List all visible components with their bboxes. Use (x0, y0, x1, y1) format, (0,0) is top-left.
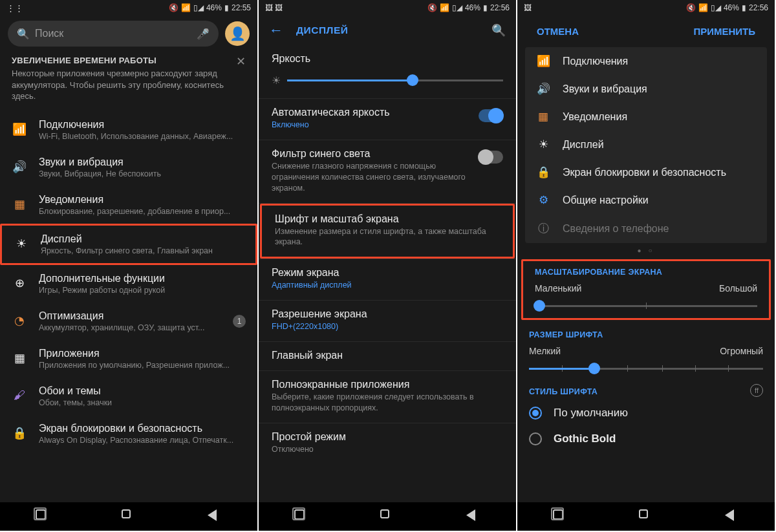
row-title: Звуки и вибрация (39, 156, 246, 168)
page-dots: ● ○ (517, 243, 775, 258)
row-icon: ⊕ (12, 275, 27, 291)
screenshot-icon: 🖼 (524, 3, 532, 12)
font-min: Мелкий (529, 346, 561, 356)
statusbar: 🖼 🔇 📶 ▯◢ 46% ▮ 22:56 (517, 0, 775, 16)
row-icon: 🖌 (12, 388, 27, 403)
font-gothic-label: Gothic Bold (554, 432, 616, 445)
battery-pct: 46% (465, 3, 480, 12)
recents-button[interactable] (553, 509, 567, 524)
search-input[interactable]: 🔍 Поиск 🎤 (8, 21, 219, 47)
more-icon: ⋮⋮ (6, 3, 23, 13)
back-button[interactable] (725, 509, 739, 524)
signal-icon: ▯◢ (711, 3, 721, 12)
statusbar: 🖼 🖼 🔇 📶 ▯◢ 46% ▮ 22:56 (259, 0, 516, 16)
battery-icon: ▮ (742, 3, 746, 12)
battery-pct: 46% (724, 3, 739, 12)
fullscreen-title: Полноэкранные приложения (272, 379, 503, 390)
home-screen-row[interactable]: Главный экран (259, 342, 516, 370)
settings-row-приложения[interactable]: ▦ Приложения Приложения по умолчанию, Ра… (0, 340, 257, 378)
apply-button[interactable]: ПРИМЕНИТЬ (693, 26, 755, 37)
recents-button[interactable] (294, 509, 308, 524)
cat-icon: 🔊 (537, 82, 550, 96)
settings-row-оптимизация[interactable]: ◔ Оптимизация Аккумулятор, хранилище, ОЗ… (0, 303, 257, 340)
row-icon: 🔊 (12, 159, 27, 175)
row-sub: Обои, темы, значки (39, 398, 246, 407)
auto-brightness-row[interactable]: Автоматическая яркость Включено (259, 99, 516, 140)
clock: 22:56 (749, 3, 768, 12)
preview-row: ⚙ Общие настройки (525, 186, 767, 214)
screen-scale-label: МАСШТАБИРОВАНИЕ ЭКРАНА (523, 261, 769, 281)
back-arrow-icon[interactable]: ← (269, 22, 283, 39)
screen-scale-slider[interactable] (535, 300, 757, 312)
preview-panel: 📶 Подключения🔊 Звуки и вибрация▦ Уведомл… (525, 47, 767, 243)
search-icon[interactable]: 🔍 (491, 23, 506, 37)
cat-icon: ▦ (537, 110, 550, 123)
home-button[interactable] (380, 509, 394, 524)
easy-mode-row[interactable]: Простой режим Отключено (259, 423, 516, 464)
brightness-slider[interactable]: ☀ (272, 71, 503, 89)
clock: 22:56 (490, 3, 510, 12)
row-title: Приложения (39, 348, 246, 359)
settings-row-звуки-и-вибрация[interactable]: 🔊 Звуки и вибрация Звуки, Вибрация, Не б… (0, 149, 257, 186)
font-download-icon[interactable]: ff (750, 384, 763, 397)
row-sub: Звуки, Вибрация, Не беспокоить (39, 169, 246, 178)
battery-tip-card[interactable]: УВЕЛИЧЕНИЕ ВРЕМЕНИ РАБОТЫ Некоторые прил… (0, 52, 257, 111)
row-title: Оптимизация (39, 310, 221, 322)
cat-label: Звуки и вибрация (563, 83, 647, 95)
brightness-icon: ☀ (272, 74, 281, 87)
row-title: Дисплей (41, 233, 244, 245)
settings-row-уведомления[interactable]: ▦ Уведомления Блокирование, разрешение, … (0, 186, 257, 224)
font-default-option[interactable]: По умолчанию (517, 400, 775, 426)
row-icon: ▦ (12, 350, 27, 366)
font-gothic-option[interactable]: Gothic Bold (517, 426, 775, 452)
blue-filter-toggle[interactable] (479, 151, 503, 164)
navbar (517, 502, 775, 531)
row-sub: Яркость, Фильтр синего света, Главный эк… (41, 246, 244, 255)
scale-max: Большой (719, 283, 757, 293)
cat-label: Экран блокировки и безопасность (563, 167, 726, 178)
avatar[interactable]: 👤 (225, 21, 250, 46)
row-sub: Игры, Режим работы одной рукой (39, 286, 246, 295)
settings-row-подключения[interactable]: 📶 Подключения Wi-Fi, Bluetooth, Использо… (0, 111, 257, 149)
home-button[interactable] (122, 509, 136, 524)
preview-row: 🔒 Экран блокировки и безопасность (525, 158, 767, 186)
recents-button[interactable] (36, 509, 50, 524)
close-icon[interactable]: ✕ (236, 54, 246, 69)
blue-filter-row[interactable]: Фильтр синего света Снижение глазного на… (259, 140, 516, 203)
settings-row-обои-и-темы[interactable]: 🖌 Обои и темы Обои, темы, значки (0, 378, 257, 415)
row-icon: 🔒 (12, 425, 27, 441)
settings-row-дисплей[interactable]: ☀ Дисплей Яркость, Фильтр синего света, … (0, 224, 257, 265)
wifi-icon: 📶 (698, 3, 708, 12)
preview-row: 📶 Подключения (525, 47, 767, 75)
mic-icon[interactable]: 🎤 (197, 28, 210, 40)
back-button[interactable] (208, 509, 222, 524)
battery-pct: 46% (206, 3, 222, 12)
row-icon: ☀ (14, 236, 29, 251)
phone-font-scale: 🖼 🔇 📶 ▯◢ 46% ▮ 22:56 ОТМЕНА ПРИМЕНИТЬ 📶 … (517, 0, 775, 531)
cat-icon: 🔒 (537, 165, 550, 179)
font-scale-row[interactable]: Шрифт и масштаб экрана Изменение размера… (260, 204, 515, 259)
easy-mode-title: Простой режим (272, 431, 503, 443)
auto-brightness-toggle[interactable] (479, 109, 503, 122)
screen-mode-row[interactable]: Режим экрана Адаптивный дисплей (259, 259, 516, 300)
cat-icon: 📶 (537, 54, 550, 68)
auto-brightness-sub: Включено (272, 120, 479, 131)
back-button[interactable] (466, 509, 480, 524)
home-button[interactable] (639, 509, 653, 524)
cat-label: Дисплей (563, 139, 604, 151)
cancel-button[interactable]: ОТМЕНА (537, 26, 579, 37)
font-size-slider[interactable] (529, 363, 763, 374)
settings-row-дополнительные-функции[interactable]: ⊕ Дополнительные функции Игры, Режим раб… (0, 265, 257, 303)
preview-row: 🔊 Звуки и вибрация (525, 75, 767, 103)
home-screen-title: Главный экран (272, 350, 503, 361)
screenshot-icon: 🖼 🖼 (265, 3, 283, 12)
signal-icon: ▯◢ (452, 3, 462, 12)
settings-row-экран-блокировки-и-безопасность[interactable]: 🔒 Экран блокировки и безопасность Always… (0, 415, 257, 452)
cat-icon: ⚙ (537, 193, 550, 207)
scale-min: Маленький (535, 283, 581, 293)
blue-filter-sub: Снижение глазного напряжения с помощью о… (272, 161, 479, 194)
fullscreen-sub: Выберите, какие приложения следует испол… (272, 392, 503, 414)
resolution-row[interactable]: Разрешение экрана FHD+(2220x1080) (259, 301, 516, 341)
preview-row: ☀ Дисплей (525, 131, 767, 158)
fullscreen-apps-row[interactable]: Полноэкранные приложения Выберите, какие… (259, 371, 516, 423)
